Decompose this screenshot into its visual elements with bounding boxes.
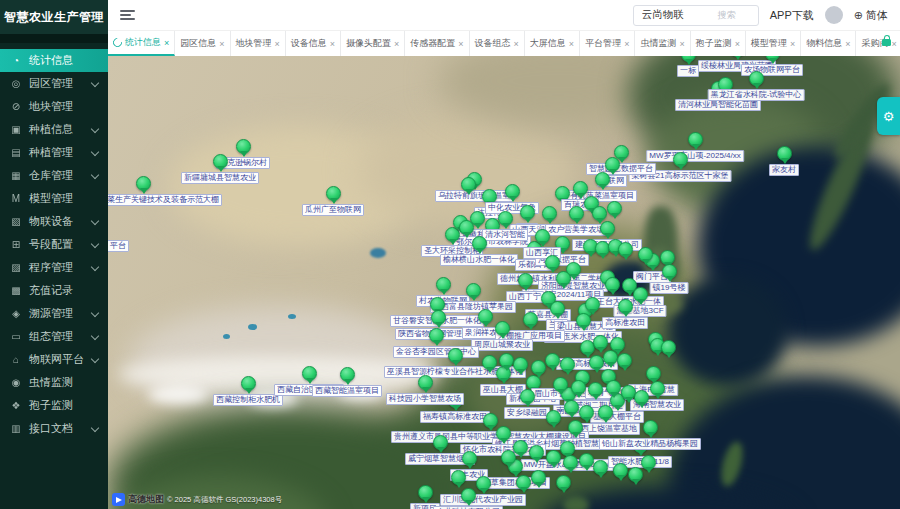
map-pin-icon[interactable] bbox=[607, 201, 622, 216]
map-pin-icon[interactable] bbox=[688, 132, 703, 147]
sidebar-item-park[interactable]: ◎ 园区管理 bbox=[0, 72, 108, 95]
map-pin-icon[interactable] bbox=[568, 420, 583, 435]
map-pin-icon[interactable] bbox=[496, 426, 511, 441]
tab-统计信息[interactable]: 统计信息 × bbox=[108, 31, 175, 56]
tab-摄像头配置[interactable]: 摄像头配置 × bbox=[341, 31, 405, 56]
map-pin-icon[interactable] bbox=[531, 360, 546, 375]
close-icon[interactable]: × bbox=[458, 39, 463, 49]
map-pin-icon[interactable] bbox=[505, 184, 520, 199]
avatar[interactable] bbox=[825, 6, 843, 24]
sidebar-item-iot-platform[interactable]: ⌂ 物联网平台 bbox=[0, 348, 108, 371]
map-pin-icon[interactable] bbox=[523, 312, 538, 327]
close-icon[interactable]: × bbox=[790, 39, 795, 49]
sidebar-item-iot-device[interactable]: ▧ 物联设备 bbox=[0, 210, 108, 233]
map-pin-icon[interactable] bbox=[662, 264, 677, 279]
map-pin-icon[interactable] bbox=[589, 355, 604, 370]
tab-设备组态[interactable]: 设备组态 × bbox=[470, 31, 525, 56]
map-pin-icon[interactable] bbox=[592, 206, 607, 221]
tab-物料信息[interactable]: 物料信息 × bbox=[801, 31, 856, 56]
map-pin-icon[interactable] bbox=[326, 186, 341, 201]
map-settings-button[interactable]: ⚙ bbox=[877, 97, 900, 135]
map-pin-icon[interactable] bbox=[681, 56, 696, 62]
map-pin-icon[interactable] bbox=[605, 157, 620, 172]
map-pin-icon[interactable] bbox=[302, 366, 317, 381]
map-pin-icon[interactable] bbox=[628, 467, 643, 482]
tab-模型管理[interactable]: 模型管理 × bbox=[746, 31, 801, 56]
map-pin-icon[interactable] bbox=[498, 211, 513, 226]
map-pin-icon[interactable] bbox=[563, 455, 578, 470]
close-icon[interactable]: × bbox=[624, 39, 629, 49]
sidebar-item-warehouse[interactable]: ▦ 仓库管理 bbox=[0, 164, 108, 187]
close-icon[interactable]: × bbox=[275, 39, 280, 49]
map-pin-icon[interactable] bbox=[418, 485, 433, 500]
sidebar-item-trace[interactable]: ◈ 溯源管理 bbox=[0, 302, 108, 325]
tab-传感器配置[interactable]: 传感器配置 × bbox=[405, 31, 469, 56]
map-pin-icon[interactable] bbox=[643, 420, 658, 435]
close-icon[interactable]: × bbox=[394, 39, 399, 49]
collapse-menu-icon[interactable] bbox=[120, 10, 135, 20]
map-pin-icon[interactable] bbox=[516, 475, 531, 490]
map-pin-icon[interactable] bbox=[542, 206, 557, 221]
map-pin-icon[interactable] bbox=[550, 301, 565, 316]
map-pin-icon[interactable] bbox=[560, 441, 575, 456]
map-pin-icon[interactable] bbox=[499, 353, 514, 368]
map-pin-icon[interactable] bbox=[777, 146, 792, 161]
tab-园区信息[interactable]: 园区信息 × bbox=[175, 31, 230, 56]
map-pin-icon[interactable] bbox=[520, 205, 535, 220]
map-pin-icon[interactable] bbox=[136, 176, 151, 191]
sidebar-item-model[interactable]: M 模型管理 bbox=[0, 187, 108, 210]
sidebar-item-stats[interactable]: ◔ 统计信息 bbox=[0, 49, 108, 72]
sidebar-item-program[interactable]: ▨ 程序管理 bbox=[0, 256, 108, 279]
map-pin-icon[interactable] bbox=[545, 255, 560, 270]
search-input[interactable] bbox=[640, 8, 714, 22]
map-pin-icon[interactable] bbox=[472, 236, 487, 251]
map-pin-icon[interactable] bbox=[579, 405, 594, 420]
sidebar-item-planting-manage[interactable]: ▤ 种植管理 bbox=[0, 141, 108, 164]
map-pin-icon[interactable] bbox=[564, 400, 579, 415]
map-pin-icon[interactable] bbox=[520, 389, 535, 404]
sidebar-item-recharge[interactable]: ▩ 充值记录 bbox=[0, 279, 108, 302]
sidebar-item-insect[interactable]: ◉ 虫情监测 bbox=[0, 371, 108, 394]
tab-虫情监测[interactable]: 虫情监测 × bbox=[635, 31, 690, 56]
map-pin-icon[interactable] bbox=[618, 242, 633, 257]
close-icon[interactable]: × bbox=[330, 39, 335, 49]
map-pin-icon[interactable] bbox=[638, 247, 653, 262]
map-pin-icon[interactable] bbox=[730, 56, 745, 57]
map-pin-icon[interactable] bbox=[461, 177, 476, 192]
map-pin-icon[interactable] bbox=[241, 376, 256, 391]
map-pin-icon[interactable] bbox=[579, 453, 594, 468]
map-pin-icon[interactable] bbox=[429, 328, 444, 343]
map-pin-icon[interactable] bbox=[660, 250, 675, 265]
language-switch[interactable]: ⊕ 简体 bbox=[854, 8, 888, 23]
map-pin-icon[interactable] bbox=[749, 71, 764, 86]
map-pin-icon[interactable] bbox=[448, 348, 463, 363]
map-pin-icon[interactable] bbox=[595, 172, 610, 187]
close-icon[interactable]: × bbox=[219, 39, 224, 49]
search-box[interactable]: 搜索 bbox=[633, 5, 759, 26]
map-pin-icon[interactable] bbox=[556, 271, 571, 286]
map-pin-icon[interactable] bbox=[617, 353, 632, 368]
sidebar-item-scada[interactable]: ▭ 组态管理 bbox=[0, 325, 108, 348]
map-pin-icon[interactable] bbox=[569, 206, 584, 221]
map-pin-icon[interactable] bbox=[236, 139, 251, 154]
map-pin-icon[interactable] bbox=[603, 350, 618, 365]
map-pin-icon[interactable] bbox=[646, 366, 661, 381]
close-icon[interactable]: × bbox=[679, 39, 684, 49]
map-pin-icon[interactable] bbox=[535, 229, 550, 244]
map-pin-icon[interactable] bbox=[573, 181, 588, 196]
map-pin-icon[interactable] bbox=[513, 357, 528, 372]
map-pin-icon[interactable] bbox=[633, 287, 648, 302]
map-pin-icon[interactable] bbox=[483, 413, 498, 428]
map-pin-icon[interactable] bbox=[482, 355, 497, 370]
map-pin-icon[interactable] bbox=[588, 382, 603, 397]
sidebar-item-plot[interactable]: ⊘ 地块管理 bbox=[0, 95, 108, 118]
close-icon[interactable]: × bbox=[735, 39, 740, 49]
map-pin-icon[interactable] bbox=[641, 455, 656, 470]
sidebar-item-spore[interactable]: ❖ 孢子监测 bbox=[0, 394, 108, 417]
sidebar-item-planting-info[interactable]: ▣ 种植信息 bbox=[0, 118, 108, 141]
map-pin-icon[interactable] bbox=[461, 488, 476, 503]
app-download-link[interactable]: APP下载 bbox=[770, 8, 814, 23]
map-pin-icon[interactable] bbox=[340, 367, 355, 382]
map-pin-icon[interactable] bbox=[459, 220, 474, 235]
tab-大屏信息[interactable]: 大屏信息 × bbox=[525, 31, 580, 56]
